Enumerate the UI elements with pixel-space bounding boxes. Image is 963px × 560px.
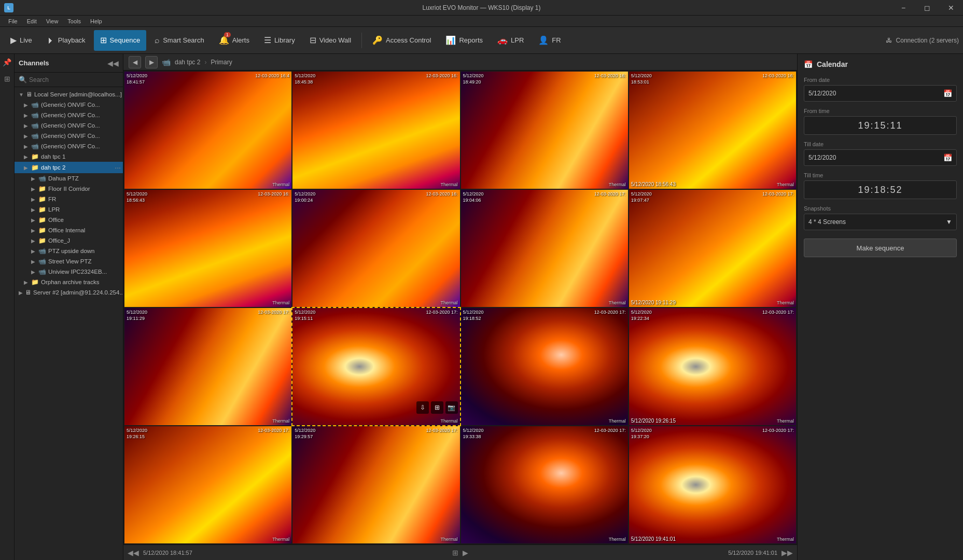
calendar-title: 📅 Calendar bbox=[804, 60, 957, 68]
till-time-input[interactable]: 19:18:52 bbox=[804, 180, 957, 199]
minimize-button[interactable]: − bbox=[891, 0, 915, 16]
tree-item-office-j[interactable]: ▶ 📁 Office_J bbox=[15, 235, 123, 246]
access-control-button[interactable]: 🔑 Access Control bbox=[366, 30, 437, 51]
grid-cell-3-3[interactable]: 5/12/202019:18:52 12-03-2020 17: Thermal bbox=[461, 308, 628, 425]
forward-button[interactable]: ▶ bbox=[145, 56, 158, 68]
tree-item-fr[interactable]: ▶ 📁 FR bbox=[15, 194, 123, 204]
menu-view[interactable]: View bbox=[42, 17, 63, 25]
grid-cell-1-3[interactable]: 5/12/202018:49:20 12-03-2020 16: Thermal bbox=[461, 72, 628, 189]
from-time-input[interactable]: 19:15:11 bbox=[804, 116, 957, 135]
tree-item-onvif2[interactable]: ▶ 📹 (Generic) ONVIF Co... bbox=[15, 110, 123, 120]
fr-button[interactable]: 👤 FR bbox=[532, 30, 567, 51]
close-button[interactable]: ✕ bbox=[939, 0, 963, 16]
tree-item-street-view[interactable]: ▶ 📹 Street View PTZ bbox=[15, 256, 123, 267]
snapshots-select[interactable]: 4 * 4 Screens ▼ bbox=[804, 214, 957, 230]
reports-button[interactable]: 📊 Reports bbox=[439, 30, 489, 51]
till-time-label: Till time bbox=[804, 172, 957, 178]
prev-page-button[interactable]: ◀◀ bbox=[128, 549, 139, 557]
access-control-label: Access Control bbox=[386, 36, 431, 44]
snapshot-button[interactable]: 📷 bbox=[445, 401, 458, 414]
menu-edit[interactable]: Edit bbox=[23, 17, 41, 25]
menu-file[interactable]: File bbox=[4, 17, 22, 25]
tree-item-office[interactable]: ▶ 📁 Office bbox=[15, 215, 123, 225]
playback-button[interactable]: ⏵ Playback bbox=[40, 30, 92, 51]
search-input[interactable] bbox=[29, 76, 119, 83]
grid-cell-2-1[interactable]: 5/12/202018:56:43 12-03-2020 16: Thermal bbox=[124, 190, 291, 307]
reports-icon: 📊 bbox=[445, 35, 456, 45]
next-page-button[interactable]: ▶▶ bbox=[781, 549, 793, 557]
tree-item-lpr[interactable]: ▶ 📁 LPR bbox=[15, 204, 123, 215]
expand-icon: ▶ bbox=[31, 238, 36, 244]
folder-icon: 📁 bbox=[38, 206, 46, 213]
grid-cell-2-2[interactable]: 5/12/202019:00:24 12-03-2020 16: Thermal bbox=[292, 190, 459, 307]
grid-cell-4-4[interactable]: 5/12/202019:37:20 12-03-2020 17: 5/12/20… bbox=[629, 426, 796, 543]
till-date-label: Till date bbox=[804, 141, 957, 147]
tree-item-onvif1[interactable]: ▶ 📹 (Generic) ONVIF Co... bbox=[15, 100, 123, 110]
tree-item-floor2[interactable]: ▶ 📁 Floor II Corridor bbox=[15, 184, 123, 194]
tree-item-dah-tpc2[interactable]: ▶ 📁 dah tpc 2 ··· bbox=[15, 162, 123, 173]
cell-date-top: 5/12/202019:00:24 bbox=[295, 191, 315, 203]
library-button[interactable]: ☰ Library bbox=[258, 30, 301, 51]
sidebar-collapse-button[interactable]: ◀◀ bbox=[107, 59, 119, 67]
smart-search-button[interactable]: ⌕ Smart Search bbox=[148, 30, 210, 51]
tree-item-ptz-upside[interactable]: ▶ 📹 PTZ upside down bbox=[15, 246, 123, 256]
tree-item-onvif4[interactable]: ▶ 📹 (Generic) ONVIF Co... bbox=[15, 131, 123, 141]
toolbar-separator bbox=[361, 33, 362, 48]
grid-cell-1-4[interactable]: 5/12/202018:53:01 12-03-2020 16: 5/12/20… bbox=[629, 72, 796, 189]
cell-label: Thermal bbox=[440, 537, 457, 542]
from-date-value: 5/12/2020 bbox=[808, 90, 836, 97]
alerts-button[interactable]: 🔔 Alerts 1 bbox=[213, 30, 256, 51]
layout-icon[interactable]: ⊞ bbox=[452, 549, 458, 557]
grid-cell-1-2[interactable]: 5/12/202018:45:38 12-03-2020 16: Thermal bbox=[292, 72, 459, 189]
tree-item-server2[interactable]: ▶ 🖥 Server #2 [admin@91.224.0.254...] bbox=[15, 287, 123, 298]
grid-cell-3-1[interactable]: 5/12/202019:11:29 12-03-2020 17: Thermal bbox=[124, 308, 291, 425]
sidebar-pin-icon[interactable]: 📌 bbox=[1, 56, 13, 68]
expand-icon: ▶ bbox=[31, 197, 36, 202]
tree-item-uniview[interactable]: ▶ 📹 Uniview IPC2324EB... bbox=[15, 267, 123, 277]
make-sequence-button[interactable]: Make sequence bbox=[804, 239, 957, 257]
info-button[interactable]: ⊞ bbox=[431, 401, 443, 414]
grid-cell-2-3[interactable]: 5/12/202019:04:06 12-03-2020 17: Thermal bbox=[461, 190, 628, 307]
grid-cell-4-2[interactable]: 5/12/202019:29:57 12-03-2020 17: Thermal bbox=[292, 426, 459, 543]
sequence-button[interactable]: ⊞ Sequence bbox=[94, 30, 147, 51]
cell-date-top: 5/12/202019:37:20 bbox=[631, 428, 652, 440]
tree-item-dah-tpc1[interactable]: ▶ 📁 dah tpc 1 bbox=[15, 151, 123, 162]
tree-item-local-server[interactable]: ▼ 🖥 Local Server [admin@localhos...] bbox=[15, 89, 123, 100]
tree-item-orphan[interactable]: ▶ 📁 Orphan archive tracks bbox=[15, 277, 123, 287]
video-wall-button[interactable]: ⊟ Video Wall bbox=[303, 30, 357, 51]
grid-cell-2-4[interactable]: 5/12/202019:07:47 12-03-2020 17: 5/12/20… bbox=[629, 190, 796, 307]
tree-label: Office bbox=[48, 217, 64, 223]
search-bar: 🔍 bbox=[15, 73, 123, 87]
from-date-input[interactable]: 5/12/2020 📅 bbox=[804, 85, 957, 102]
tree-item-onvif5[interactable]: ▶ 📹 (Generic) ONVIF Co... bbox=[15, 141, 123, 151]
sidebar-layout-icon[interactable]: ⊞ bbox=[1, 73, 13, 85]
export-button[interactable]: ⇩ bbox=[416, 401, 429, 414]
menu-tools[interactable]: Tools bbox=[63, 17, 85, 25]
cell-date-bottom: 5/12/2020 19:41:01 bbox=[631, 536, 676, 542]
tree-item-onvif3[interactable]: ▶ 📹 (Generic) ONVIF Co... bbox=[15, 120, 123, 131]
more-options-button[interactable]: ··· bbox=[115, 163, 121, 172]
play-icon[interactable]: ▶ bbox=[463, 549, 468, 557]
fr-label: FR bbox=[552, 36, 561, 44]
grid-cell-3-2[interactable]: 5/12/202019:15:11 12-03-2020 17: Thermal… bbox=[292, 308, 459, 425]
from-time-value: 19:15:11 bbox=[858, 120, 902, 131]
tree-item-dahua-ptz[interactable]: ▶ 📹 Dahua PTZ bbox=[15, 173, 123, 184]
grid-cell-3-4[interactable]: 5/12/202019:22:34 12-03-2020 17: 5/12/20… bbox=[629, 308, 796, 425]
cell-date-top: 5/12/202018:41:57 bbox=[127, 73, 147, 85]
back-button[interactable]: ◀ bbox=[129, 56, 141, 68]
cell-label: Thermal bbox=[609, 300, 626, 305]
make-sequence-label: Make sequence bbox=[857, 244, 904, 252]
grid-cell-1-1[interactable]: 5/12/202018:41:57 12-03-2020 16:4 Therma… bbox=[124, 72, 291, 189]
menu-help[interactable]: Help bbox=[86, 17, 106, 25]
till-date-input[interactable]: 5/12/2020 📅 bbox=[804, 149, 957, 166]
live-button[interactable]: ▶ Live bbox=[4, 30, 38, 51]
main-area: 📌 ⊞ Channels ◀◀ 🔍 ▼ 🖥 Local Server [admi… bbox=[0, 54, 963, 560]
grid-cell-4-1[interactable]: 5/12/202019:26:15 12-03-2020 17: Thermal bbox=[124, 426, 291, 543]
grid-cell-4-3[interactable]: 5/12/202019:33:38 12-03-2020 17: Thermal bbox=[461, 426, 628, 543]
lpr-button[interactable]: 🚗 LPR bbox=[491, 30, 530, 51]
camera-icon: 📹 bbox=[38, 258, 46, 265]
folder-icon: 📁 bbox=[31, 153, 39, 160]
restore-button[interactable]: ◻ bbox=[915, 0, 939, 16]
end-time: 5/12/2020 19:41:01 bbox=[728, 550, 777, 556]
tree-item-office-internal[interactable]: ▶ 📁 Office Internal bbox=[15, 225, 123, 235]
